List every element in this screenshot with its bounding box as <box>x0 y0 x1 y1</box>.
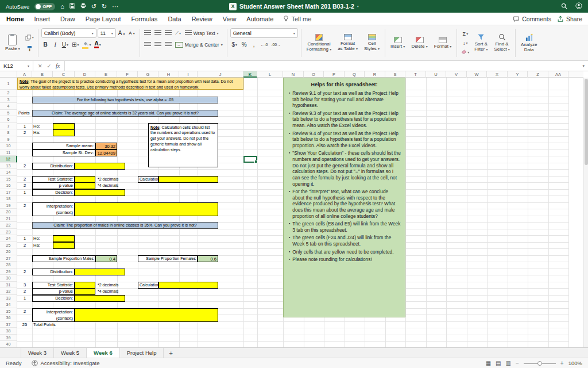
align-center-button[interactable] <box>153 40 163 49</box>
insert-function-icon[interactable]: fx <box>56 63 60 69</box>
autosave-toggle[interactable]: OFF <box>34 3 55 10</box>
decrease-font-button[interactable]: A▼ <box>127 28 136 38</box>
cell-styles-button[interactable]: CellStyles ▾ <box>362 33 382 53</box>
align-left-button[interactable] <box>143 40 152 49</box>
row-header-18[interactable]: 18 <box>0 195 17 202</box>
bold-button[interactable]: B <box>41 40 50 49</box>
column-header-A[interactable]: A <box>17 71 32 78</box>
row-header-15[interactable]: 15 <box>0 176 17 183</box>
fill-button[interactable]: ↓▾ <box>460 39 470 47</box>
cell-sample-mean-value[interactable]: 30.32 <box>95 143 117 150</box>
home-icon[interactable]: ⌂ <box>60 3 64 10</box>
cell-sample-proportion-males-value[interactable]: 0.4 <box>95 255 117 262</box>
tell-me[interactable]: Tell me <box>283 16 311 22</box>
column-header-C[interactable]: C <box>53 71 75 78</box>
save-icon[interactable] <box>69 3 75 10</box>
row-header-4[interactable]: 4 <box>0 103 17 110</box>
sort-filter-button[interactable]: Sort &Filter ▾ <box>472 32 490 53</box>
search-icon[interactable] <box>561 3 567 10</box>
tab-review[interactable]: Review <box>191 14 213 24</box>
column-header-W[interactable]: W <box>467 71 487 78</box>
align-bottom-button[interactable] <box>164 28 173 38</box>
row-header-21[interactable]: 21 <box>0 216 17 223</box>
row-header-27[interactable]: 27 <box>0 255 17 262</box>
column-header-L[interactable]: L <box>257 71 283 78</box>
row-header-22[interactable]: 22 <box>0 222 17 229</box>
column-header-R[interactable]: R <box>365 71 385 78</box>
paste-button[interactable]: Paste ▾ <box>3 33 22 53</box>
orientation-button[interactable]: ⟋▾ <box>174 28 183 38</box>
account-icon[interactable] <box>575 2 582 10</box>
cell-interpretation-input-1[interactable] <box>75 202 218 216</box>
wrap-text-button[interactable]: Wrap Text▾ <box>184 28 220 38</box>
tab-view[interactable]: View <box>222 14 237 24</box>
underline-button[interactable]: U▾ <box>61 40 69 49</box>
column-header-E[interactable]: E <box>95 71 117 78</box>
align-middle-button[interactable] <box>153 28 163 38</box>
percent-button[interactable]: % <box>240 40 249 49</box>
sheet-tab-week5[interactable]: Week 5 <box>54 348 87 358</box>
cell-decision-input-2[interactable] <box>75 295 125 302</box>
sheet-tab-week3[interactable]: Week 3 <box>21 348 54 358</box>
print-icon[interactable] <box>80 3 86 10</box>
cell-ho-input-2[interactable] <box>53 235 75 242</box>
row-header-5[interactable]: 5 <box>0 110 17 117</box>
row-header-11[interactable]: 11 <box>0 150 17 156</box>
column-header-J[interactable]: J <box>198 71 243 78</box>
cell-test-statistic-input-1[interactable] <box>75 176 95 183</box>
find-select-button[interactable]: Find &Select ▾ <box>492 32 512 53</box>
tab-home[interactable]: Home <box>6 14 25 24</box>
cell-test-statistic-input-2[interactable] <box>75 282 95 289</box>
cell-sample-sd-value[interactable]: 12.04409 <box>95 150 117 156</box>
column-header-H[interactable]: H <box>158 71 179 78</box>
row-header-8[interactable]: 8 <box>0 129 17 136</box>
row-header-39[interactable]: 39 <box>0 335 17 342</box>
fill-color-button[interactable]: ▾ <box>81 40 92 49</box>
redo-icon[interactable]: ↻ <box>102 3 107 10</box>
tab-draw[interactable]: Draw <box>60 14 76 24</box>
row-header-24[interactable]: 24 <box>0 235 17 242</box>
format-painter-button[interactable] <box>24 44 35 53</box>
insert-cells-button[interactable]: Insert ▾ <box>388 36 407 51</box>
row-header-28[interactable]: 28 <box>0 262 17 269</box>
zoom-slider-knob[interactable] <box>537 361 542 366</box>
cell-p-value-input-1[interactable] <box>75 182 95 189</box>
decrease-decimal-icon[interactable]: .00→ <box>270 40 283 49</box>
column-header-G[interactable]: G <box>138 71 158 78</box>
cell-ho-input-1[interactable] <box>53 123 75 130</box>
column-header-P[interactable]: P <box>324 71 345 78</box>
row-header-34[interactable]: 34 <box>0 301 17 308</box>
row-header-37[interactable]: 37 <box>0 321 17 328</box>
merge-center-button[interactable]: ↔Merge & Center▾ <box>174 40 224 49</box>
row-header-14[interactable]: 14 <box>0 169 17 176</box>
page-break-view-icon[interactable]: ▥ <box>506 360 511 366</box>
tab-automate[interactable]: Automate <box>246 14 274 24</box>
zoom-out-icon[interactable]: − <box>516 360 519 366</box>
zoom-level[interactable]: 100% <box>568 360 582 366</box>
more-commands-icon[interactable]: ⋯ <box>112 3 118 10</box>
row-header-36[interactable]: 36 <box>0 315 17 321</box>
autosum-button[interactable]: Σ▾ <box>460 29 470 38</box>
cell-decision-input-1[interactable] <box>75 189 125 196</box>
row-header-40[interactable]: 40 <box>0 341 17 347</box>
row-header-12[interactable]: 12 <box>0 156 17 163</box>
row-header-7[interactable]: 7 <box>0 123 17 130</box>
font-size-select[interactable]: 11▾ <box>98 28 116 38</box>
column-header-X[interactable]: X <box>487 71 508 78</box>
zoom-in-icon[interactable]: + <box>560 360 564 366</box>
name-box[interactable]: K12▾ <box>0 61 33 71</box>
format-cells-button[interactable]: Format ▾ <box>432 36 454 51</box>
borders-button[interactable]: ⊞▾ <box>71 40 80 49</box>
tab-page-layout[interactable]: Page Layout <box>85 14 122 24</box>
copy-button[interactable]: ▾ <box>24 33 35 43</box>
select-all-corner[interactable] <box>0 71 17 78</box>
selected-cell-K12[interactable] <box>243 156 257 163</box>
italic-button[interactable]: I <box>51 40 60 49</box>
row-header-32[interactable]: 32 <box>0 288 17 295</box>
row-header-2[interactable]: 2 <box>0 90 17 97</box>
column-header-I[interactable]: I <box>179 71 198 78</box>
column-header-Q[interactable]: Q <box>345 71 365 78</box>
row-header-20[interactable]: 20 <box>0 209 17 216</box>
row-header-16[interactable]: 16 <box>0 182 17 189</box>
row-header-30[interactable]: 30 <box>0 275 17 282</box>
